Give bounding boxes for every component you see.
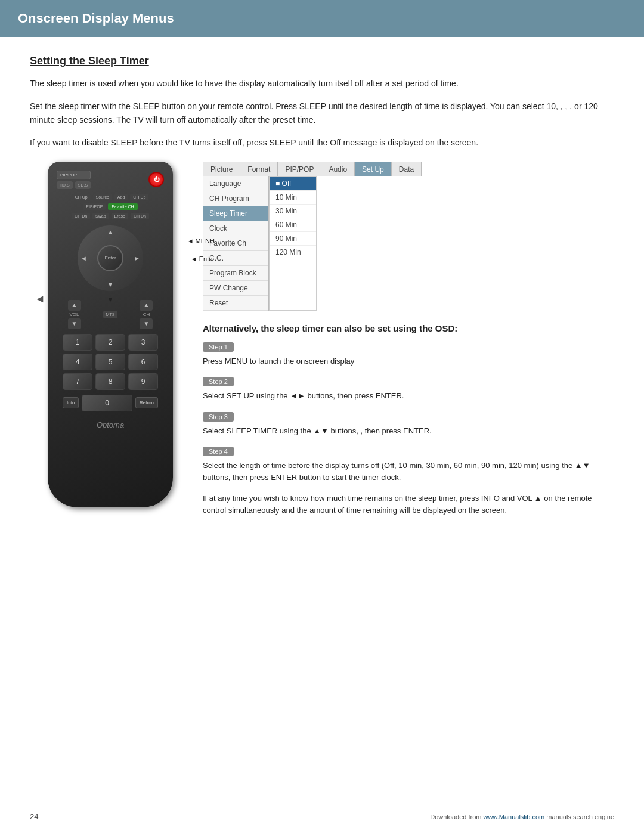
num-4-button[interactable]: 4 [63,354,92,370]
tab-format[interactable]: Format [240,162,278,176]
enter-label: ◄ Enter [191,255,215,262]
step2-text: Select SET UP using the ◄► buttons, then… [203,390,614,402]
num-2-button[interactable]: 2 [95,334,125,351]
nav-up-arrow[interactable]: ▲ [107,228,114,236]
number-grid: 1 2 3 4 5 6 7 8 9 [63,334,158,390]
footer-download-text: Downloaded from www.Manualslib.com manua… [430,813,614,820]
swap-button[interactable]: Swap [92,213,109,219]
sds-button[interactable]: SD.S [75,181,91,189]
add-button[interactable]: Add [114,194,128,200]
vol-up-button[interactable]: ▲ [68,300,81,311]
vol-down-button[interactable]: ▼ [68,318,81,329]
ch-up-button[interactable]: CH Up [72,194,91,200]
step1-text: Press MENU to launch the onscreen displa… [203,355,614,367]
remote-control: PIP/POP HD.S SD.S ⏻ CH Up S [48,162,173,507]
manualslib-link[interactable]: www.Manualslib.com [484,813,545,820]
num-5-button[interactable]: 5 [95,354,125,370]
tab-picture[interactable]: Picture [203,162,240,176]
tab-audio[interactable]: Audio [321,162,355,176]
page-footer: 24 Downloaded from www.Manualslib.com ma… [30,807,614,821]
source-button[interactable]: Source [93,194,112,200]
alt-title: Alternatively, the sleep timer can also … [203,323,614,333]
menu-item-language[interactable]: Language [203,176,268,191]
menu-item-program-block[interactable]: Program Block [203,266,268,281]
num-0-button[interactable]: 0 [82,395,132,411]
ch-group: ▲ CH ▼ [140,300,153,329]
page-header: Onscreen Display Menus [0,0,644,37]
menu-item-pw-change[interactable]: PW Change [203,281,268,296]
submenu-30min[interactable]: 30 Min [270,205,316,218]
menu-item-sleep-timer[interactable]: Sleep Timer [203,206,268,221]
down-arrow-label: ▼ [107,296,114,303]
pip-pop-button[interactable]: PIP/POP [57,171,91,179]
vol-group: ▲ VOL ▼ [68,300,81,329]
left-arrow-icon: ◄ [35,293,45,305]
menu-item-reset[interactable]: Reset [203,296,268,311]
ch-up-tri-button[interactable]: ▲ [140,300,153,311]
num-1-button[interactable]: 1 [63,334,92,351]
pip-button[interactable]: PIP/POP [83,203,106,210]
ch-dn2-button[interactable]: CH Dn [131,213,149,219]
step2-badge: Step 2 [203,377,234,386]
tab-data[interactable]: Data [392,162,422,176]
osd-menu: Picture Format PIP/POP Audio Set Up Data… [203,162,422,311]
nav-enter-button[interactable]: Enter [97,245,123,271]
tab-pip-pop[interactable]: PIP/POP [278,162,321,176]
osd-submenu: ■ Off 10 Min 30 Min 60 Min 90 Min 120 Mi… [269,176,317,311]
page-number: 24 [30,812,38,821]
hds-button[interactable]: HD.S [57,181,73,189]
osd-col: Picture Format PIP/POP Audio Set Up Data… [203,162,614,526]
step4-text: Select the length of time before the dis… [203,460,614,483]
remote-col: ◄ PIP/POP HD.S SD.S ⏻ [30,162,185,526]
power-button[interactable]: ⏻ [148,172,164,187]
num-6-button[interactable]: 6 [128,354,158,370]
nav-left-arrow[interactable]: ◄ [80,255,87,262]
step4-badge: Step 4 [203,447,234,456]
erase-button[interactable]: Erase [112,213,128,219]
mts-button[interactable]: MTS [103,311,118,318]
menu-label: ◄ MENU [187,237,215,244]
ch-dn-button[interactable]: CH Dn [72,213,90,219]
return-button[interactable]: Return [135,397,158,408]
final-text: If at any time you wish to know how much… [203,493,614,516]
submenu-120min[interactable]: 120 Min [270,246,316,259]
ch-dn-tri-button[interactable]: ▼ [140,318,153,329]
osd-body: Language CH Program Sleep Timer Clock Fa… [203,176,422,311]
menu-item-clock[interactable]: Clock [203,221,268,236]
step1-badge: Step 1 [203,342,234,352]
page-title: Onscreen Display Menus [18,11,626,26]
num-8-button[interactable]: 8 [95,373,125,390]
nav-right-arrow[interactable]: ► [134,255,140,262]
info-button[interactable]: Info [63,397,79,408]
num-3-button[interactable]: 3 [128,334,158,351]
submenu-10min[interactable]: 10 Min [270,191,316,205]
num-9-button[interactable]: 9 [128,373,158,390]
submenu-90min[interactable]: 90 Min [270,232,316,246]
submenu-60min[interactable]: 60 Min [270,218,316,232]
section-title: Setting the Sleep Timer [30,55,614,67]
num-7-button[interactable]: 7 [63,373,92,390]
tab-setup[interactable]: Set Up [355,162,392,176]
body-para2: Set the sleep timer with the SLEEP butto… [30,100,614,126]
menu-item-ch-program[interactable]: CH Program [203,191,268,206]
submenu-off[interactable]: ■ Off [270,177,316,191]
favorite-ch-button[interactable]: Favorite CH [108,203,137,210]
step3-text: Select SLEEP TIMER using the ▲▼ buttons,… [203,425,614,437]
ch-up2-button[interactable]: CH Up [130,194,148,200]
nav-down-arrow[interactable]: ▼ [107,281,114,288]
nav-circle[interactable]: ▲ ▼ ◄ ► Enter [78,225,143,291]
brand-logo: Optoma [57,420,164,429]
body-para3: If you want to disable SLEEP before the … [30,136,614,149]
osd-tabs: Picture Format PIP/POP Audio Set Up Data [203,162,422,176]
body-para1: The sleep timer is used when you would l… [30,77,614,90]
step3-badge: Step 3 [203,412,234,422]
